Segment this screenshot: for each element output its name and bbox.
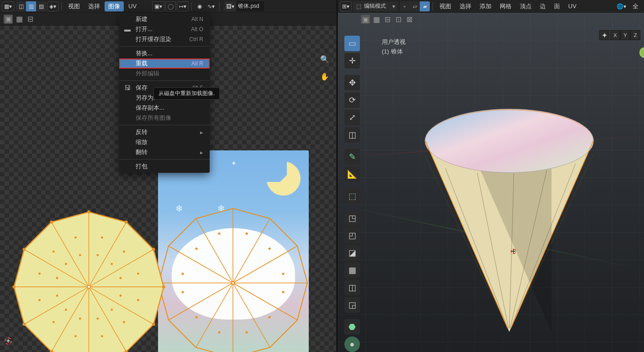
inset-tool[interactable]: ◰ — [344, 228, 360, 243]
editor-type-selector[interactable]: ▦▾ — [2, 1, 14, 11]
select-mode-toggles: ▫ ▱ ▰ — [400, 1, 430, 11]
menu-item-open[interactable]: ▬打开...Alt O — [119, 24, 210, 34]
svg-line-10 — [196, 219, 233, 283]
edge-select-mode[interactable]: ▱ — [410, 1, 420, 11]
svg-point-65 — [119, 294, 121, 297]
svg-line-7 — [169, 283, 233, 320]
2d-cursor[interactable] — [2, 335, 15, 347]
menu-item-flip[interactable]: 翻转▸ — [119, 147, 210, 157]
sel-tool-set[interactable]: ▣ — [361, 15, 370, 24]
3d-cursor[interactable] — [507, 245, 520, 258]
menu-item-pack[interactable]: 打包 — [119, 161, 210, 171]
linework[interactable]: ∿▾ — [206, 1, 216, 11]
svg-point-56 — [74, 335, 77, 337]
svg-point-42 — [152, 323, 155, 326]
axis-z-btn[interactable]: Z — [630, 30, 640, 40]
menu-item-reload[interactable]: 重载Alt R — [119, 59, 210, 69]
uv-header: ▦▾ ◫ ▥ ▤ ◈▾ 视图 选择 图像 UV ▣▾ ◯ ↦▾ ◉ ∿▾ 🖼▾ … — [0, 0, 336, 13]
menu-item-replace[interactable]: 替换... — [119, 48, 210, 59]
3d-toolbar: ▭ ✛ ✥ ⟳ ⤢ ◫ ✎ 📐 ⬚ ◳ ◰ ◪ ▦ ◫ ◲ ⬣ ● — [344, 36, 361, 352]
loop-cut-tool[interactable]: ▦ — [344, 262, 360, 278]
menu-add[interactable]: 添加 — [476, 1, 495, 11]
menu-uv[interactable]: UV — [125, 1, 140, 11]
sel-tool-int[interactable]: ⊠ — [405, 15, 414, 24]
sel-tool-diff[interactable]: ⊡ — [394, 15, 403, 24]
svg-point-18 — [218, 331, 221, 334]
select-box-tool[interactable]: ▭ — [344, 36, 360, 51]
menu-item-save-copy[interactable]: 保存副本... — [119, 103, 210, 113]
menu-image[interactable]: 图像 — [105, 1, 124, 11]
menu-item-external-edit[interactable]: 外部编辑 — [119, 69, 210, 79]
menu-view[interactable]: 视图 — [64, 1, 84, 11]
scale-tool[interactable]: ⤢ — [344, 110, 360, 125]
object-info-overlay: 用户透视 (1) 锥体 — [382, 37, 406, 57]
image-name[interactable]: 锥体.psd — [236, 1, 264, 11]
poly-build-tool[interactable]: ◲ — [344, 297, 360, 313]
sel-tool-ext[interactable]: ▦ — [372, 15, 381, 24]
3d-viewport[interactable]: ▣ ▦ ⊟ ⊡ ⊠ ✦ X Y Z 用户透视 (1) 锥体 ▭ ✛ ✥ ⟳ ⤢ … — [338, 13, 644, 352]
falloff-btn[interactable]: ◯ — [165, 1, 176, 11]
zoom-icon[interactable]: 🔍 — [318, 52, 332, 66]
menu-face[interactable]: 面 — [550, 1, 564, 11]
transform-tool[interactable]: ◫ — [344, 127, 360, 143]
overlay-label[interactable]: 全 — [629, 1, 642, 11]
menu-item-new[interactable]: 新建Alt N — [119, 14, 210, 24]
menu-item-open-cache[interactable]: 打开缓存渲染Ctrl R — [119, 34, 210, 44]
pivot-btn[interactable]: ◈▾ — [47, 1, 58, 11]
menu-vertex[interactable]: 顶点 — [516, 1, 535, 11]
menu-select[interactable]: 选择 — [84, 1, 104, 11]
mode-selector[interactable]: ⬚ 编辑模式 — [353, 1, 398, 11]
sel-tool-sub[interactable]: ⊟ — [26, 15, 35, 24]
texture-image: ❄ ❄ ✦ — [158, 150, 309, 352]
smooth-tool[interactable]: ● — [344, 336, 360, 352]
cone-mesh[interactable] — [386, 109, 633, 328]
add-mesh-tool[interactable]: ⬚ — [344, 188, 360, 204]
axis-x-btn[interactable]: X — [610, 30, 620, 40]
image-datablock[interactable]: 🖼▾ 锥体.psd — [224, 1, 264, 11]
menu-item-invert[interactable]: 反转▸ — [119, 127, 210, 137]
overlays-uv[interactable]: ◉ — [195, 1, 205, 11]
orientation-btn[interactable]: 🌐▾ — [615, 1, 628, 11]
rotate-tool[interactable]: ⟳ — [344, 92, 360, 108]
axis-gizmo-icon[interactable]: ✦ — [599, 30, 609, 40]
snap-btn[interactable]: ↦▾ — [177, 1, 189, 11]
editor-type-selector[interactable]: ⊞▾ — [340, 1, 352, 11]
disp-1[interactable]: ◫ — [16, 1, 26, 11]
uv-image-editor: ▦▾ ◫ ▥ ▤ ◈▾ 视图 选择 图像 UV ▣▾ ◯ ↦▾ ◉ ∿▾ 🖼▾ … — [0, 0, 338, 352]
bevel-tool[interactable]: ◪ — [344, 245, 360, 261]
annotate-tool[interactable]: ✎ — [344, 149, 360, 165]
face-select-mode[interactable]: ▰ — [420, 1, 430, 11]
vertex-select-mode[interactable]: ▫ — [400, 1, 410, 11]
menu-view-3d[interactable]: 视图 — [436, 1, 455, 11]
menu-edge[interactable]: 边 — [536, 1, 549, 11]
move-tool[interactable]: ✥ — [344, 75, 360, 91]
svg-point-25 — [269, 248, 271, 250]
menu-uv-3d[interactable]: UV — [565, 1, 580, 11]
disp-3[interactable]: ▤ — [36, 1, 46, 11]
chevron-right-icon: ▸ — [200, 149, 203, 156]
knife-tool[interactable]: ◫ — [344, 280, 360, 295]
sel-tool-sub[interactable]: ⊟ — [383, 15, 392, 24]
svg-point-69 — [65, 309, 67, 311]
measure-tool[interactable]: 📐 — [344, 166, 360, 182]
svg-line-12 — [233, 219, 270, 283]
extrude-tool[interactable]: ◳ — [344, 210, 360, 226]
pan-icon[interactable]: ✋ — [318, 69, 332, 83]
svg-point-68 — [79, 317, 81, 320]
moon-illustration — [266, 161, 301, 196]
menu-select-3d[interactable]: 选择 — [456, 1, 475, 11]
uv-nav-controls: 🔍 ✋ — [318, 52, 332, 83]
menu-item-scale[interactable]: 缩放 — [119, 137, 210, 147]
menu-item-save-all[interactable]: 保存所有图像 — [119, 113, 210, 123]
spin-tool[interactable]: ⬣ — [344, 319, 360, 335]
sel-tool-extend[interactable]: ▦ — [15, 15, 24, 24]
disp-2[interactable]: ▥ — [26, 1, 36, 11]
selection-mode[interactable]: ▣▾ — [152, 1, 164, 11]
svg-point-63 — [123, 251, 125, 253]
menu-mesh[interactable]: 网格 — [496, 1, 515, 11]
edit-mode-icon: ⬚ — [356, 3, 361, 10]
uv-island-cone-side[interactable] — [10, 208, 168, 352]
sel-tool-box[interactable]: ▣ — [4, 15, 13, 24]
cursor-tool[interactable]: ✛ — [344, 53, 360, 69]
axis-y-btn[interactable]: Y — [620, 30, 630, 40]
